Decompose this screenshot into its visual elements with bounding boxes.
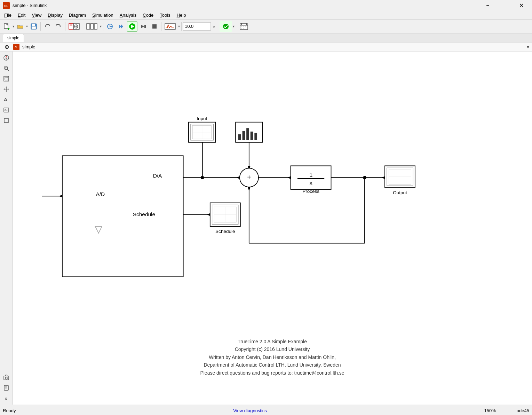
- sim-time-input[interactable]: [183, 22, 211, 31]
- left-tb-more[interactable]: »: [1, 393, 11, 403]
- svg-rect-17: [87, 24, 90, 29]
- menu-tools[interactable]: Tools: [157, 12, 173, 18]
- new-button[interactable]: [1, 21, 12, 32]
- svg-marker-10: [59, 26, 61, 27]
- menu-help[interactable]: Help: [174, 12, 189, 18]
- scope-dropdown-arrow[interactable]: ▾: [178, 24, 180, 28]
- status-bar: Ready View diagnostics 150% ode45: [0, 406, 532, 415]
- toolbar: ▾ ▾: [0, 19, 532, 33]
- svg-marker-41: [6, 58, 7, 60]
- svg-rect-55: [4, 108, 9, 112]
- menu-code[interactable]: Code: [140, 12, 156, 18]
- svg-point-27: [223, 24, 229, 29]
- menu-display[interactable]: Display: [45, 12, 65, 18]
- sim-time-label: »: [213, 24, 215, 29]
- stop-button[interactable]: [149, 21, 160, 32]
- sum-to-process-arrow: [287, 176, 291, 179]
- svg-rect-24: [144, 25, 146, 28]
- svg-marker-51: [6, 91, 7, 92]
- svg-rect-12: [70, 24, 72, 26]
- status-zoom: 150%: [484, 408, 496, 413]
- output-scope-label: Output: [393, 190, 407, 195]
- library-browser-button[interactable]: [85, 21, 99, 32]
- left-tb-compass[interactable]: [1, 53, 11, 63]
- bar3: [246, 128, 249, 140]
- left-tb-zoom-in[interactable]: [1, 63, 11, 73]
- svg-marker-23: [141, 25, 144, 28]
- left-tb-book[interactable]: [1, 383, 11, 393]
- check-button[interactable]: [220, 21, 232, 32]
- title-bar: SL simple - Simulink − □ ✕: [0, 0, 532, 11]
- svg-line-43: [7, 69, 9, 71]
- breadcrumb-dropdown-arrow[interactable]: ▾: [527, 44, 529, 50]
- menu-simulation[interactable]: Simulation: [89, 12, 116, 18]
- close-button[interactable]: ✕: [513, 0, 529, 11]
- feedback-arrow: [248, 187, 251, 191]
- open-dropdown-arrow[interactable]: ▾: [26, 24, 28, 28]
- menu-file[interactable]: File: [1, 12, 14, 18]
- info-text: TrueTime 2.0 A Simple Example Copyright …: [13, 338, 532, 377]
- svg-rect-19: [94, 24, 97, 29]
- svg-rect-8: [32, 26, 36, 29]
- left-tb-camera[interactable]: [1, 373, 11, 382]
- update-diagram-button[interactable]: [105, 21, 115, 32]
- left-toolbar: A: [0, 52, 13, 405]
- svg-rect-30: [241, 23, 242, 25]
- save-button[interactable]: [29, 21, 39, 32]
- scope-button[interactable]: [163, 21, 177, 32]
- input-scope-label: Input: [197, 116, 207, 121]
- svg-rect-33: [243, 26, 244, 27]
- new-dropdown-arrow[interactable]: ▾: [13, 24, 14, 28]
- window-title: simple - Simulink: [13, 3, 47, 8]
- check-dropdown-arrow[interactable]: ▾: [233, 24, 235, 28]
- svg-rect-18: [90, 24, 94, 29]
- toolbar-sep-6: [181, 22, 182, 31]
- library-dropdown-arrow[interactable]: ▾: [100, 24, 102, 28]
- menu-bar: File Edit View Display Diagram Simulatio…: [0, 11, 532, 19]
- svg-marker-50: [6, 86, 7, 87]
- toolbar-sep-1: [40, 22, 41, 31]
- app-icon: SL: [3, 2, 10, 9]
- left-tb-pan[interactable]: [1, 84, 11, 94]
- svg-rect-46: [4, 76, 9, 81]
- tab-simple[interactable]: simple: [3, 34, 24, 42]
- open-button[interactable]: [15, 21, 25, 32]
- fast-restart-button[interactable]: [116, 21, 126, 32]
- process-tf-den: s: [309, 180, 312, 187]
- sum-plus: +: [247, 174, 251, 181]
- undo-button[interactable]: [42, 21, 53, 32]
- svg-rect-32: [241, 26, 242, 27]
- toolbar-sep-2: [65, 22, 65, 31]
- menu-diagram[interactable]: Diagram: [66, 12, 89, 18]
- controller-block[interactable]: [62, 156, 183, 277]
- svg-point-59: [5, 377, 7, 379]
- left-tb-image[interactable]: [1, 105, 11, 115]
- svg-marker-52: [3, 88, 5, 90]
- input-arrow-head: [59, 195, 62, 197]
- maximize-button[interactable]: □: [497, 0, 513, 11]
- left-tb-text[interactable]: A: [1, 95, 11, 104]
- menu-analysis[interactable]: Analysis: [117, 12, 139, 18]
- svg-point-56: [5, 109, 6, 110]
- toolbar-sep-5: [161, 22, 161, 31]
- model-settings-button[interactable]: [67, 21, 81, 32]
- svg-marker-53: [8, 88, 9, 90]
- run-button[interactable]: [127, 21, 137, 32]
- calendar-button[interactable]: [238, 21, 250, 32]
- toolbar-sep-8: [236, 22, 236, 31]
- menu-edit[interactable]: Edit: [15, 12, 28, 18]
- status-diagnostics[interactable]: View diagnostics: [233, 408, 267, 413]
- status-solver: ode45: [517, 408, 529, 413]
- toolbar-sep-7: [218, 22, 218, 31]
- navigate-up-button[interactable]: ⊕: [3, 43, 10, 51]
- minimize-button[interactable]: −: [480, 0, 496, 11]
- left-tb-zoom-fit[interactable]: [1, 74, 11, 84]
- window-controls: − □ ✕: [480, 0, 529, 11]
- redo-button[interactable]: [53, 21, 64, 32]
- svg-marker-9: [45, 26, 46, 27]
- info-line2: Copyright (c) 2016 Lund University: [13, 345, 532, 353]
- menu-view[interactable]: View: [29, 12, 44, 18]
- step-button[interactable]: [138, 21, 149, 32]
- svg-text:SL: SL: [4, 4, 8, 8]
- left-tb-block[interactable]: [1, 116, 11, 125]
